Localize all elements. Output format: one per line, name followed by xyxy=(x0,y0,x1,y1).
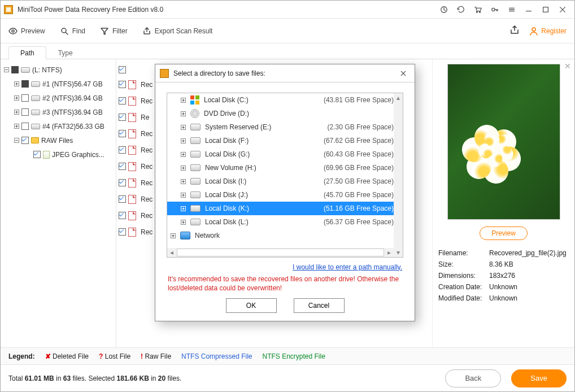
titlebar-action-2-icon[interactable] xyxy=(452,3,469,16)
checkbox[interactable] xyxy=(21,137,29,144)
file-icon xyxy=(128,178,136,188)
drive-item[interactable]: System Reserved (E:)(2.30 GB Free Space) xyxy=(167,120,394,134)
expand-icon[interactable] xyxy=(181,111,186,116)
tree-item[interactable]: #2 (NTFS)36.94 GB xyxy=(3,91,116,105)
drive-item[interactable]: Local Disk (C:)(43.81 GB Free Space) xyxy=(167,93,394,107)
legend-ntfs-encrypted: NTFS Encrypted File xyxy=(262,352,325,360)
expand-icon[interactable] xyxy=(181,179,186,184)
dvd-icon xyxy=(190,109,199,118)
scroll-down-icon[interactable]: ▾ xyxy=(394,248,403,257)
drive-icon xyxy=(190,219,201,225)
expand-icon[interactable] xyxy=(14,81,19,86)
manual-path-link[interactable]: I would like to enter a path manually. xyxy=(293,263,402,271)
file-checkbox[interactable] xyxy=(119,81,126,88)
expand-icon[interactable] xyxy=(171,233,176,238)
back-button[interactable]: Back xyxy=(445,369,501,387)
expand-icon[interactable] xyxy=(181,98,186,103)
expand-icon[interactable] xyxy=(14,124,19,129)
expand-icon[interactable] xyxy=(181,193,186,198)
cancel-button[interactable]: Cancel xyxy=(294,298,345,313)
drive-item[interactable]: Local Disk (L:)(56.37 GB Free Space) xyxy=(167,215,394,229)
network-item[interactable]: Network xyxy=(167,229,394,242)
share-icon[interactable] xyxy=(509,25,520,37)
expand-icon[interactable] xyxy=(181,138,186,143)
folder-icon xyxy=(31,137,39,143)
titlebar-action-1-icon[interactable] xyxy=(435,3,452,16)
disk-icon xyxy=(31,95,40,101)
tree-raw[interactable]: RAW Files xyxy=(3,133,116,147)
drive-item[interactable]: New Volume (H:)(69.96 GB Free Space) xyxy=(167,161,394,175)
checkbox[interactable] xyxy=(21,123,29,130)
menu-icon[interactable] xyxy=(503,3,520,16)
filter-tool[interactable]: Filter xyxy=(100,27,128,36)
tabs: Path Type xyxy=(1,43,574,59)
expand-icon[interactable] xyxy=(181,125,186,130)
file-name: Rec xyxy=(141,179,153,187)
collapse-icon[interactable] xyxy=(14,138,19,143)
export-tool-label: Export Scan Result xyxy=(155,27,213,35)
scroll-up-icon[interactable]: ▴ xyxy=(394,93,403,102)
file-icon xyxy=(128,228,136,237)
drive-icon xyxy=(190,178,201,185)
file-checkbox[interactable] xyxy=(119,130,126,137)
expand-icon[interactable] xyxy=(181,206,186,211)
expand-icon[interactable] xyxy=(14,110,19,115)
checkbox[interactable] xyxy=(21,80,29,88)
drive-item[interactable]: Local Disk (G:)(60.43 GB Free Space) xyxy=(167,147,394,161)
expand-icon[interactable] xyxy=(181,220,186,225)
save-button[interactable]: Save xyxy=(511,369,567,387)
tab-path[interactable]: Path xyxy=(8,46,46,59)
minimize-button[interactable] xyxy=(520,3,537,16)
collapse-icon[interactable] xyxy=(4,67,9,72)
meta-creation-value: Unknown xyxy=(489,283,569,291)
key-icon[interactable] xyxy=(486,3,503,16)
horizontal-scrollbar[interactable]: ◂ ▸ xyxy=(167,248,394,257)
dialog-titlebar: Select a directory to save files: xyxy=(155,64,415,82)
ok-button[interactable]: OK xyxy=(226,298,277,313)
scroll-left-icon[interactable]: ◂ xyxy=(167,248,176,257)
expand-icon[interactable] xyxy=(14,95,19,101)
drive-item[interactable]: Local Disk (K:)(51.16 GB Free Space) xyxy=(167,202,394,215)
checkbox[interactable] xyxy=(33,151,41,158)
drive-item[interactable]: DVD Drive (D:) xyxy=(167,107,394,120)
preview-close-icon[interactable]: ✕ xyxy=(564,62,571,71)
tree-jpeg[interactable]: JPEG Graphics... xyxy=(3,147,116,162)
file-checkbox[interactable] xyxy=(119,163,126,170)
file-checkbox[interactable] xyxy=(119,146,126,154)
preview-button[interactable]: Preview xyxy=(480,227,528,240)
checkbox[interactable] xyxy=(21,108,29,116)
export-tool[interactable]: Export Scan Result xyxy=(142,27,213,36)
dialog-close-icon[interactable] xyxy=(397,67,410,80)
tree-item[interactable]: #4 (FAT32)56.33 GB xyxy=(3,119,116,133)
tab-type[interactable]: Type xyxy=(46,46,85,59)
network-icon xyxy=(180,232,190,239)
file-checkbox[interactable] xyxy=(119,195,126,203)
file-checkbox[interactable] xyxy=(119,97,126,104)
file-checkbox[interactable] xyxy=(119,179,126,186)
maximize-button[interactable] xyxy=(537,3,554,16)
drive-item[interactable]: Local Disk (I:)(27.50 GB Free Space) xyxy=(167,175,394,188)
find-tool[interactable]: Find xyxy=(60,27,85,36)
drive-item[interactable]: Local Disk (F:)(67.62 GB Free Space) xyxy=(167,134,394,147)
close-button[interactable] xyxy=(554,3,571,16)
checkbox[interactable] xyxy=(11,66,19,73)
register-label: Register xyxy=(541,27,567,35)
file-checkbox[interactable] xyxy=(119,114,126,121)
scroll-right-icon[interactable]: ▸ xyxy=(385,248,394,257)
dialog-warning: It's recommended to save the recovered f… xyxy=(168,275,402,293)
file-checkbox[interactable] xyxy=(119,212,126,219)
expand-icon[interactable] xyxy=(181,152,186,157)
cart-icon[interactable] xyxy=(469,3,486,16)
expand-icon[interactable] xyxy=(181,165,186,171)
checkbox[interactable] xyxy=(21,94,29,102)
vertical-scrollbar[interactable]: ▴ ▾ xyxy=(394,93,403,257)
drive-item[interactable]: Local Disk (J:)(45.70 GB Free Space) xyxy=(167,188,394,202)
register-link[interactable]: Register xyxy=(529,26,567,36)
tree-item[interactable]: #1 (NTFS)56.47 GB xyxy=(3,77,116,91)
tree-item[interactable]: #3 (NTFS)36.94 GB xyxy=(3,105,116,119)
tree-root[interactable]: (L: NTFS) xyxy=(3,63,116,77)
file-checkbox[interactable] xyxy=(119,228,126,236)
file-name: Rec xyxy=(141,195,153,203)
select-all-checkbox[interactable] xyxy=(119,66,126,73)
preview-tool[interactable]: Preview xyxy=(8,27,45,36)
